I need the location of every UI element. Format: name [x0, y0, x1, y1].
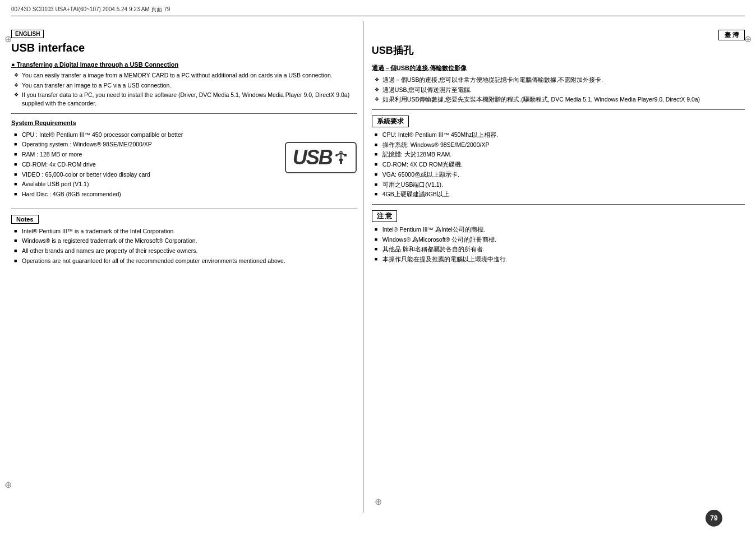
left-sysreq-heading: System Requirements [11, 119, 357, 126]
page-wrapper: 00743D SCD103 USA+TAI(60~107) 2004.5.24 … [0, 0, 756, 535]
left-section-title: USB interface [11, 41, 357, 54]
list-item: If you transfer data to a PC, you need t… [14, 91, 357, 107]
right-transferring-heading: 通過－個USB的連接,傳輸數位影像 [372, 64, 745, 72]
list-item: All other brands and names are property … [14, 247, 357, 255]
list-item: RAM : 128 MB or more [14, 150, 280, 159]
divider-3 [372, 109, 745, 110]
right-notes-label: 注 意 [372, 210, 397, 222]
right-column: 臺 灣 USB插孔 通過－個USB的連接,傳輸數位影像 通過－個USB的連接,您… [363, 21, 745, 513]
list-item: Intel® Pentium III™ 為Intel公司的商標. [375, 225, 745, 234]
list-item: Intel® Pentium III™ is a trademark of th… [14, 227, 357, 236]
list-item: 通過－個USB的連接,您可以非常方便地從記憶卡向電腦傳輸數據,不需附加外接卡. [375, 76, 745, 84]
header-bar: 00743D SCD103 USA+TAI(60~107) 2004.5.24 … [11, 6, 745, 16]
list-item: 如果利用USB傳輸數據,您要先安裝本機附贈的程式.(驅動程式, DVC Medi… [375, 95, 745, 104]
left-transferring-list: You can easily transfer a image from a M… [14, 71, 357, 108]
list-item: Operations are not guaranteed for all of… [14, 257, 357, 265]
left-transferring-heading: ● Transferring a Digital Image through a… [11, 61, 357, 68]
list-item: 通過USB,您可以傳送照片至電腦. [375, 86, 745, 94]
list-item: Hard Disc : 4GB (8GB recommended) [14, 190, 280, 199]
taiwan-badge: 臺 灣 [718, 30, 745, 40]
right-sysreq-list: CPU: Intel® Pentium III™ 450Mhz以上相容. 操作系… [375, 131, 745, 199]
english-badge: ENGLISH [11, 30, 44, 38]
divider-1 [11, 113, 357, 114]
right-sysreq-heading: 系統要求 [372, 116, 409, 127]
list-item: Operating system : Windows® 98SE/ME/2000… [14, 140, 280, 149]
usb-logo-area: USB [284, 131, 357, 173]
usb-symbol-icon [333, 151, 349, 164]
notes-box-label: Notes [11, 215, 39, 224]
list-item: VIDEO : 65,000-color or better video dis… [14, 170, 280, 179]
list-item: CPU : Intel® Pentium III™ 450 processor … [14, 131, 280, 139]
usb-letters: USB [293, 147, 332, 168]
list-item: 記憶體: 大於128MB RAM. [375, 150, 745, 159]
list-item: 本操作只能在提及推薦的電腦以上環境中進行. [375, 255, 745, 264]
reg-mark-right-top: ⊕ [744, 34, 752, 44]
list-item: CD-ROM: 4X CD ROM光碟機. [375, 160, 745, 169]
sysreq-area: CPU : Intel® Pentium III™ 450 processor … [11, 131, 357, 203]
divider-4 [372, 204, 745, 205]
header-text: 00743D SCD103 USA+TAI(60~107) 2004.5.24 … [11, 6, 170, 13]
usb-logo: USB [285, 142, 357, 173]
left-notes-list: Intel® Pentium III™ is a trademark of th… [14, 227, 357, 265]
left-column: ENGLISH USB interface ● Transferring a D… [11, 21, 363, 513]
left-sysreq-list: CPU : Intel® Pentium III™ 450 processor … [14, 131, 280, 199]
list-item: You can easily transfer a image from a M… [14, 71, 357, 80]
list-item: 4GB上硬碟建議8GB以上. [375, 190, 745, 199]
page-number: 79 [706, 510, 722, 527]
svg-point-5 [335, 154, 338, 156]
list-item: CD-ROM: 4x CD-ROM drive [14, 160, 280, 169]
svg-point-7 [340, 151, 342, 154]
taiwan-badge-wrapper: 臺 灣 [372, 30, 745, 43]
content-area: ENGLISH USB interface ● Transferring a D… [11, 21, 745, 513]
list-item: Windows® 為Micorosoft® 公司的註冊商標. [375, 236, 745, 244]
list-item: 操作系統: Windows® 98SE/ME/2000/XP [375, 141, 745, 149]
list-item: VGA: 65000色或以上顯示卡. [375, 170, 745, 179]
right-section-title: USB插孔 [372, 44, 745, 57]
list-item: Available USB port (V1.1) [14, 180, 280, 188]
right-transferring-list: 通過－個USB的連接,您可以非常方便地從記憶卡向電腦傳輸數據,不需附加外接卡. … [375, 76, 745, 104]
list-item: You can transfer an image to a PC via a … [14, 81, 357, 90]
list-item: CPU: Intel® Pentium III™ 450Mhz以上相容. [375, 131, 745, 139]
list-item: 其他品 牌和名稱都屬於各自的所有者. [375, 245, 745, 253]
divider-2 [11, 209, 357, 209]
svg-rect-1 [339, 159, 343, 161]
list-item: Windows® is a registered trademark of th… [14, 237, 357, 245]
sysreq-col-left: CPU : Intel® Pentium III™ 450 processor … [11, 131, 280, 203]
svg-rect-0 [340, 161, 342, 164]
svg-rect-6 [344, 154, 347, 156]
right-notes-list: Intel® Pentium III™ 為Intel公司的商標. Windows… [375, 225, 745, 264]
list-item: 可用之USB端口(V1.1). [375, 181, 745, 189]
